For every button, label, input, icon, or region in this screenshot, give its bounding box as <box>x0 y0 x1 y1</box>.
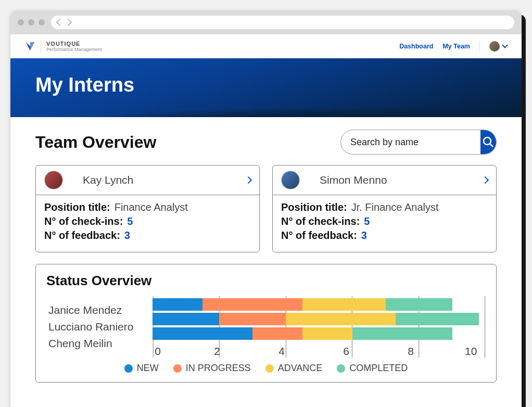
search-icon <box>482 136 495 148</box>
legend-item: NEW <box>124 363 159 374</box>
intern-name: Kay Lynch <box>70 174 238 186</box>
header-nav: Dashboard My Team <box>399 41 507 52</box>
legend-dot <box>173 364 182 373</box>
bar-segment <box>153 327 252 340</box>
section-title: Team Overview <box>35 133 156 152</box>
x-tick: 0 <box>153 345 163 358</box>
chart-bar-row <box>153 327 486 340</box>
user-menu[interactable] <box>489 41 507 52</box>
brand-logo[interactable]: VOUTIQUE Performance Management <box>25 40 102 53</box>
x-tick: 6 <box>341 345 351 358</box>
bar-segment <box>352 327 452 340</box>
search-input[interactable] <box>341 137 480 148</box>
intern-card-body: Position title: Finance Analyst N° of ch… <box>36 195 259 252</box>
avatar <box>489 41 500 52</box>
checkins-label: N° of check-ins: <box>44 215 123 227</box>
bar-segment <box>302 327 352 340</box>
intern-card: Simon Menno Position title: Jr. Finance … <box>272 165 497 252</box>
search-container <box>340 130 497 155</box>
app-header: VOUTIQUE Performance Management Dashboar… <box>10 34 522 58</box>
status-overview-title: Status Overview <box>46 273 486 289</box>
chevron-right-icon <box>482 176 489 184</box>
browser-frame: VOUTIQUE Performance Management Dashboar… <box>10 10 522 407</box>
bar-segment <box>153 313 219 325</box>
checkins-value: 5 <box>127 215 133 227</box>
bar-segment <box>202 298 302 311</box>
bar-segment <box>286 313 396 325</box>
intern-card: Kay Lynch Position title: Finance Analys… <box>35 165 260 252</box>
browser-chrome-bar <box>10 10 522 34</box>
window-controls <box>18 19 45 26</box>
legend-item: ADVANCE <box>265 363 323 374</box>
chart-legend: NEWIN PROGRESSADVANCECOMPLETED <box>46 363 486 374</box>
position-value: Finance Analyst <box>115 201 188 213</box>
position-label: Position title: <box>281 201 347 213</box>
status-chart: Janice MendezLucciano RanieroCheng Meili… <box>46 296 486 358</box>
nav-back-icon[interactable] <box>56 19 64 26</box>
feedback-label: N° of feedback: <box>281 230 357 241</box>
chart-row-label: Cheng Meilin <box>48 336 153 351</box>
chart-row-label: Lucciano Raniero <box>48 320 153 334</box>
hero-banner: My Interns <box>10 58 522 117</box>
bar-segment <box>219 313 286 325</box>
position-label: Position title: <box>44 201 110 213</box>
checkins-label: N° of check-ins: <box>281 215 360 227</box>
legend-label: ADVANCE <box>278 363 323 374</box>
bar-segment <box>252 327 302 340</box>
x-tick: 8 <box>406 345 416 358</box>
chevron-right-icon <box>245 176 252 184</box>
nav-dashboard[interactable]: Dashboard <box>399 43 433 50</box>
window-zoom-dot[interactable] <box>39 19 45 26</box>
intern-cards-row: Kay Lynch Position title: Finance Analys… <box>35 165 497 252</box>
voutique-logo-icon <box>25 41 35 52</box>
chart-bar-row <box>153 313 486 325</box>
intern-card-body: Position title: Jr. Finance Analyst N° o… <box>273 195 496 252</box>
bar-segment <box>153 298 202 311</box>
checkins-value: 5 <box>364 215 370 227</box>
avatar <box>281 171 300 189</box>
brand-subtitle: Performance Management <box>46 47 102 52</box>
legend-item: IN PROGRESS <box>173 363 251 374</box>
avatar <box>44 171 63 189</box>
svg-line-1 <box>490 144 493 147</box>
window-minimize-dot[interactable] <box>28 19 34 26</box>
position-value: Jr. Finance Analyst <box>351 201 439 213</box>
feedback-label: N° of feedback: <box>44 230 120 241</box>
status-overview-panel: Status Overview Janice MendezLucciano Ra… <box>35 264 497 383</box>
legend-label: COMPLETED <box>349 363 408 374</box>
nav-my-team[interactable]: My Team <box>442 43 470 50</box>
legend-label: IN PROGRESS <box>186 363 251 374</box>
chart-row-label: Janice Mendez <box>48 303 153 317</box>
chevron-down-icon <box>502 42 508 48</box>
search-button[interactable] <box>480 130 496 154</box>
bar-segment <box>302 298 386 311</box>
chart-bar-row <box>153 298 486 311</box>
x-tick: 4 <box>276 345 287 358</box>
x-tick: 10 <box>465 345 475 358</box>
window-close-dot[interactable] <box>18 19 24 26</box>
svg-point-0 <box>484 137 491 145</box>
intern-name: Simon Menno <box>307 174 475 186</box>
intern-card-header[interactable]: Kay Lynch <box>36 166 259 195</box>
legend-label: NEW <box>137 363 159 374</box>
intern-card-header[interactable]: Simon Menno <box>273 166 496 195</box>
legend-item: COMPLETED <box>337 363 408 374</box>
x-tick: 2 <box>212 345 222 358</box>
chart-bars <box>153 296 486 342</box>
page-title: My Interns <box>35 74 497 96</box>
legend-dot <box>124 364 133 373</box>
chart-y-labels: Janice MendezLucciano RanieroCheng Meili… <box>48 296 153 358</box>
nav-forward-icon[interactable] <box>65 19 72 26</box>
url-bar[interactable] <box>51 16 514 29</box>
bar-segment <box>386 298 452 311</box>
feedback-value: 3 <box>124 230 130 241</box>
legend-dot <box>337 364 345 373</box>
brand-text: VOUTIQUE Performance Management <box>46 41 102 52</box>
brand-name: VOUTIQUE <box>46 41 102 47</box>
bar-segment <box>396 313 479 325</box>
legend-dot <box>265 364 274 373</box>
main-content: Team Overview Kay Lynch Position title: … <box>10 117 522 407</box>
chart-canvas: 0246810 <box>153 296 486 358</box>
feedback-value: 3 <box>361 230 367 241</box>
